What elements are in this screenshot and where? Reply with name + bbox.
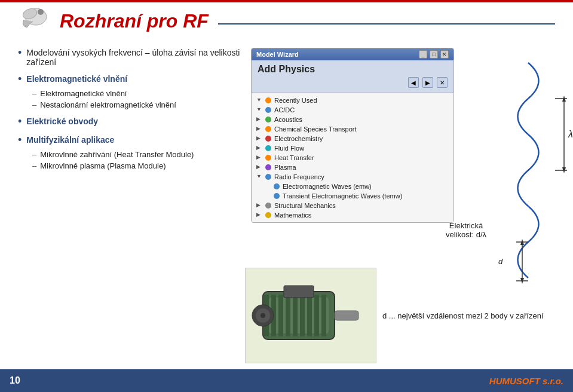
bullet-dot-4: • [18,134,22,146]
bullet-4-sub1-text: Mikrovlnné zahřívání (Heat Transfer Modu… [40,150,194,159]
physics-item-acdc[interactable]: ▼AC/DC [252,105,454,115]
expand-icon-recently-used: ▼ [256,97,263,104]
physics-label-emw: Electromagnetic Waves (emw) [283,183,372,190]
physics-item-electrochemistry[interactable]: ▶Electrochemistry [252,134,454,143]
physics-label-chemical: Chemical Species Transport [274,125,357,133]
title-divider [218,23,555,24]
expand-icon-temw [265,192,272,200]
physics-item-fluid-flow[interactable]: ▶Fluid Flow [252,143,454,153]
wizard-maximize-button[interactable]: □ [430,50,438,59]
svg-rect-9 [293,295,298,336]
svg-text:λ: λ [568,129,573,139]
physics-dot-mathematics [265,212,271,218]
physics-item-structural[interactable]: ▶Structural Mechanics [252,201,454,210]
svg-text:d: d [498,257,503,266]
physics-label-recently-used: Recently Used [274,97,317,104]
expand-icon-electrochemistry: ▶ [256,135,263,142]
wizard-controls: _ □ ✕ [419,50,449,59]
bullet-dot-2: • [18,73,22,85]
main-content: • Modelování vysokých frekvencí – úloha … [18,48,263,362]
svg-rect-7 [278,295,283,336]
svg-rect-10 [300,295,305,336]
physics-label-radio-frequency: Radio Frequency [274,173,324,180]
physics-dot-radio-frequency [265,174,271,180]
physics-label-acdc: AC/DC [274,106,295,114]
physics-dot-structural [265,203,271,209]
bullet-2-sub1: – Elektromagnetické vlnění [32,89,263,98]
physics-item-mathematics[interactable]: ▶Mathematics [252,210,454,220]
physics-dot-fluid-flow [265,145,271,151]
physics-dot-emw [274,183,280,189]
physics-dot-electrochemistry [265,136,271,142]
physics-dot-acdc [265,107,271,113]
physics-dot-plasma [265,164,271,170]
physics-dot-acoustics [265,117,271,122]
bullet-2-subs: – Elektromagnetické vlnění – Nestacionár… [32,89,263,109]
wizard-title: Model Wizard [256,51,299,58]
physics-item-emw[interactable]: Electromagnetic Waves (emw) [260,182,454,191]
physics-dot-recently-used [265,97,271,103]
physics-item-radio-frequency[interactable]: ▼Radio Frequency [252,172,454,182]
dash-2: – [32,100,36,109]
expand-icon-radio-frequency: ▼ [256,173,263,180]
wizard-close-button[interactable]: ✕ [440,50,449,59]
top-line [0,0,573,2]
wizard-header-title: Add Physics [258,64,448,75]
dash-3: – [32,150,36,159]
svg-rect-11 [307,295,312,336]
svg-point-2 [38,9,44,15]
motor-image [245,268,376,363]
logo [18,5,54,38]
page-title: Rozhraní pro RF [60,10,209,32]
physics-dot-temw [274,193,280,199]
expand-icon-acdc: ▼ [256,106,263,114]
bullet-1: • Modelování vysokých frekvencí – úloha … [18,48,263,67]
svg-point-18 [261,313,265,318]
wave-diagram: λ d [483,45,573,344]
bullet-2-sub2-text: Nestacionární elektromagnetické vlnění [40,100,176,109]
bottom-bar: 10 HUMUSOFT s.r.o. [0,369,573,392]
physics-item-recently-used[interactable]: ▼Recently Used [252,96,454,105]
expand-icon-chemical: ▶ [256,125,263,133]
physics-label-heat-transfer: Heat Transfer [274,154,314,161]
bullet-4-sub2: – Mikrovlnné plasma (Plasma Module) [32,161,263,170]
bullet-2-sub1-text: Elektromagnetické vlnění [40,89,127,98]
wizard-back-button[interactable]: ◀ [408,77,419,88]
physics-item-acoustics[interactable]: ▶Acoustics [252,115,454,124]
svg-rect-15 [284,286,314,298]
bullet-2-item: • Elektromagnetické vlnění [18,74,263,85]
wizard-header: Add Physics ◀ ▶ ✕ [252,60,454,93]
physics-label-plasma: Plasma [274,164,296,171]
physics-label-structural: Structural Mechanics [274,202,336,209]
title-area: Rozhraní pro RF [60,10,555,32]
bullet-2: • Elektromagnetické vlnění – Elektromagn… [18,74,263,109]
model-wizard-panel: Model Wizard _ □ ✕ Add Physics ◀ ▶ ✕ ▼Re… [251,48,454,223]
physics-item-heat-transfer[interactable]: ▶Heat Transfer [252,153,454,163]
expand-icon-structural: ▶ [256,202,263,209]
dash-4: – [32,161,36,170]
svg-rect-13 [321,295,326,336]
bullet-1-item: • Modelování vysokých frekvencí – úloha … [18,48,263,67]
electric-label-line1: Elektrická [446,221,486,230]
wizard-x-button[interactable]: ✕ [437,77,448,88]
header: Rozhraní pro RF [0,5,573,38]
bullet-4-sub2-text: Mikrovlnné plasma (Plasma Module) [40,161,166,170]
wizard-titlebar: Model Wizard _ □ ✕ [252,48,454,60]
bullet-dot-3: • [18,115,22,128]
bullet-4-item: • Multifyzikální aplikace [18,135,263,146]
physics-item-temw[interactable]: Transient Electromagnetic Waves (temw) [260,191,454,201]
physics-item-plasma[interactable]: ▶Plasma [252,163,454,172]
physics-label-fluid-flow: Fluid Flow [274,145,304,152]
svg-rect-14 [335,311,358,320]
bullet-4-subs: – Mikrovlnné zahřívání (Heat Transfer Mo… [32,150,263,170]
svg-rect-8 [286,295,290,336]
physics-label-temw: Transient Electromagnetic Waves (temw) [283,192,402,200]
electric-label-line2: velikost: d/λ [446,230,486,239]
page-number: 10 [10,375,20,386]
expand-icon-acoustics: ▶ [256,116,263,123]
electric-field-label: Elektrická velikost: d/λ [446,221,486,239]
bullet-4-sub1: – Mikrovlnné zahřívání (Heat Transfer Mo… [32,150,263,159]
physics-item-chemical[interactable]: ▶Chemical Species Transport [252,124,454,134]
wizard-minimize-button[interactable]: _ [419,50,427,59]
wizard-forward-button[interactable]: ▶ [422,77,433,88]
